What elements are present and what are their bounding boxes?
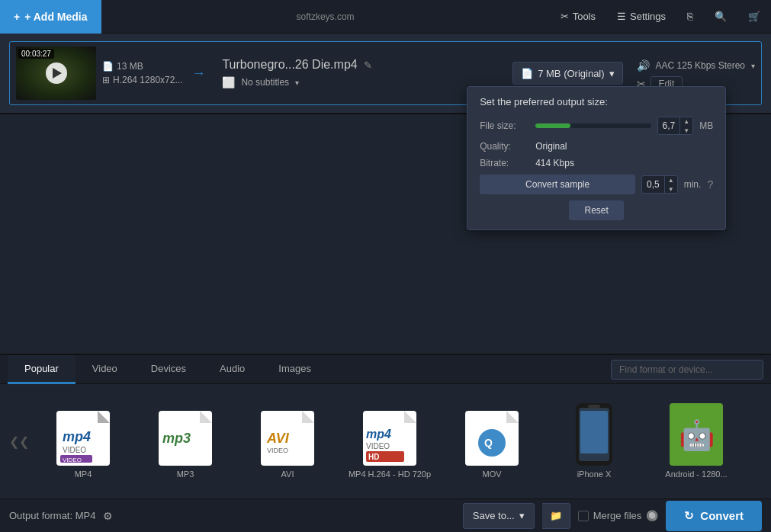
reset-button[interactable]: Reset	[569, 200, 623, 220]
share-icon: ⎘	[687, 11, 693, 22]
iphone-label: iPhone X	[577, 470, 612, 479]
svg-text:VIDEO: VIDEO	[267, 447, 288, 454]
slider-fill	[535, 123, 570, 128]
mp4-format-icon: mp4 VIDEO VIDEO	[53, 404, 114, 465]
format-item-android[interactable]: 🤖 Android - 1280...	[647, 399, 746, 483]
output-size-button[interactable]: 📄 7 MB (Original) ▾	[512, 62, 622, 85]
svg-rect-26	[588, 405, 600, 408]
subtitle-dropdown-arrow[interactable]: ▾	[295, 79, 299, 87]
mp3-label: MP3	[177, 470, 194, 479]
settings-button[interactable]: ☰ Settings	[606, 0, 676, 34]
convert-sample-button[interactable]: Convert sample	[480, 175, 635, 194]
save-to-label: Save to...	[473, 510, 515, 521]
folder-button[interactable]: 📁	[542, 503, 570, 529]
quality-label: Quality:	[480, 141, 529, 152]
file-size-slider[interactable]	[535, 123, 651, 128]
original-size: 13 MB	[117, 61, 143, 72]
scroll-left-button[interactable]: ❮❮	[8, 392, 31, 491]
tab-video[interactable]: Video	[75, 355, 134, 384]
format-item-avi[interactable]: AVI VIDEO AVI	[238, 399, 337, 483]
tab-devices[interactable]: Devices	[134, 355, 203, 384]
file-size-label: File size:	[480, 120, 529, 131]
original-size-row: 📄 13 MB	[102, 61, 182, 72]
file-title-row: Turbonegro...26 Die.mp4 ✎	[222, 58, 506, 72]
share-button[interactable]: ⎘	[676, 0, 704, 34]
codec-text: H.264 1280x72...	[113, 75, 182, 85]
media-info: 📄 13 MB ⊞ H.264 1280x72...	[102, 61, 182, 85]
audio-dropdown-arrow[interactable]: ▾	[751, 62, 755, 70]
tools-button[interactable]: ✂ Tools	[550, 0, 606, 34]
save-dropdown-arrow: ▾	[519, 510, 525, 521]
svg-text:AVI: AVI	[266, 431, 290, 446]
format-item-mp4[interactable]: mp4 VIDEO VIDEO MP4	[34, 399, 133, 483]
cart-button[interactable]: 🛒	[737, 0, 771, 34]
bitrate-label: Bitrate:	[480, 158, 529, 168]
android-format-icon: 🤖	[666, 404, 727, 465]
format-item-mp4hd[interactable]: mp4 VIDEO HD MP4 H.264 - HD 720p	[340, 399, 439, 483]
svg-text:HD: HD	[368, 453, 379, 461]
spinner-up[interactable]: ▲	[680, 117, 692, 126]
media-area: 00:03:27 📄 13 MB ⊞ H.264 1280x72... → Tu…	[0, 34, 771, 114]
sample-spinner-down[interactable]: ▼	[665, 184, 677, 194]
search-icon: 🔍	[715, 11, 727, 22]
file-size-spinner[interactable]: 6,7 ▲ ▼	[657, 117, 694, 135]
add-media-label: + Add Media	[24, 11, 87, 23]
spinner-arrows[interactable]: ▲ ▼	[679, 117, 692, 135]
sample-spinner[interactable]: 0,5 ▲ ▼	[641, 175, 678, 194]
output-size-dropdown: 📄 7 MB (Original) ▾ Set the preferred ou…	[512, 62, 622, 85]
format-item-mov[interactable]: Q MOV	[442, 399, 541, 483]
no-subtitles-label: No subtitles	[241, 77, 289, 88]
popup-title: Set the preferred output size:	[480, 96, 713, 107]
mov-label: MOV	[482, 470, 501, 479]
add-media-button[interactable]: + + Add Media	[0, 0, 101, 34]
codec-row: ⊞ H.264 1280x72...	[102, 75, 182, 85]
format-item-iphone[interactable]: iPhone X	[545, 399, 644, 483]
title-area: Turbonegro...26 Die.mp4 ✎ ⬜ No subtitles…	[214, 58, 506, 88]
merge-info-icon: 🔘	[646, 510, 658, 521]
plus-icon: +	[14, 11, 20, 23]
folder-icon: 📁	[550, 510, 562, 521]
play-triangle-icon	[53, 68, 62, 79]
format-item-mp3[interactable]: mp3 MP3	[136, 399, 235, 483]
format-panel: Popular Video Devices Audio Images ❮❮ mp…	[0, 354, 771, 532]
save-to-button[interactable]: Save to... ▾	[463, 503, 535, 529]
sample-spinner-arrows[interactable]: ▲ ▼	[664, 175, 677, 194]
search-button[interactable]: 🔍	[704, 0, 737, 34]
format-grid: ❮❮ mp4 VIDEO VIDEO MP4	[0, 384, 771, 498]
file-size-row: File size: 6,7 ▲ ▼ MB	[480, 117, 713, 135]
avi-format-icon: AVI VIDEO	[257, 404, 318, 465]
sample-spinner-up[interactable]: ▲	[665, 175, 677, 184]
format-search-input[interactable]	[611, 360, 763, 380]
mb-label: MB	[699, 120, 713, 131]
tab-images[interactable]: Images	[262, 355, 328, 384]
cart-icon: 🛒	[748, 11, 760, 22]
file-icon: 📄	[102, 61, 114, 72]
tab-popular[interactable]: Popular	[8, 355, 75, 384]
convert-sample-row: Convert sample 0,5 ▲ ▼ min. ?	[480, 175, 713, 194]
format-tabs: Popular Video Devices Audio Images	[0, 355, 771, 384]
convert-refresh-icon: ↻	[684, 509, 694, 523]
edit-title-icon[interactable]: ✎	[364, 59, 372, 71]
mov-format-icon: Q	[461, 404, 522, 465]
arrow-icon: →	[191, 66, 205, 82]
merge-files-checkbox[interactable]	[578, 511, 589, 521]
bitrate-value: 414 Kbps	[535, 158, 574, 168]
media-thumbnail[interactable]: 00:03:27	[16, 46, 96, 100]
help-icon[interactable]: ?	[707, 178, 713, 191]
settings-icon: ☰	[617, 11, 626, 22]
spinner-down[interactable]: ▼	[680, 126, 692, 135]
convert-button[interactable]: ↻ Convert	[666, 501, 762, 531]
output-format-label: Output format: MP4	[9, 510, 95, 521]
android-label: Android - 1280...	[665, 470, 727, 479]
play-button[interactable]	[46, 62, 67, 84]
output-size-label: 7 MB (Original)	[538, 68, 604, 79]
tab-audio[interactable]: Audio	[203, 355, 262, 384]
min-label: min.	[684, 179, 702, 190]
audio-row: 🔊 AAC 125 Kbps Stereo ▾	[637, 59, 755, 72]
svg-text:VIDEO: VIDEO	[366, 442, 390, 450]
mp4-label: MP4	[75, 470, 92, 479]
tools-icon: ✂	[561, 11, 569, 22]
output-settings-gear-icon[interactable]: ⚙	[103, 510, 113, 522]
thumbnail-time: 00:03:27	[18, 49, 54, 59]
svg-text:Q: Q	[484, 437, 493, 449]
